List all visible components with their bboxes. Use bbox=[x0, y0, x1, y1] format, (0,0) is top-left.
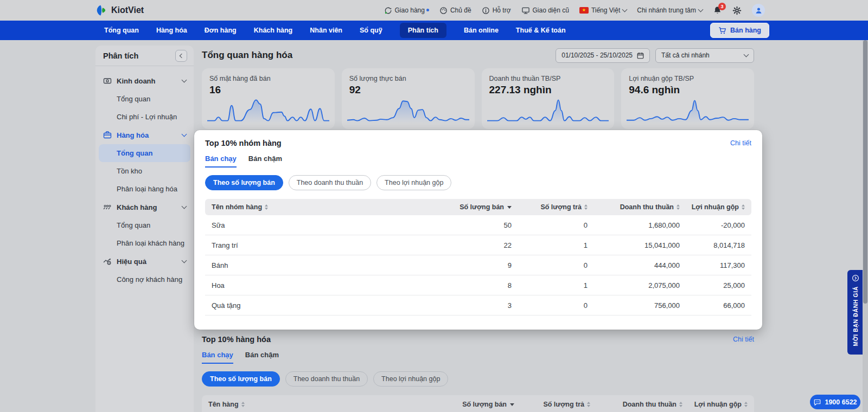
nav-thue-ke-toan[interactable]: Thuế & Kế toán bbox=[516, 27, 566, 34]
filter-by-qty-sold[interactable]: Theo số lượng bán bbox=[202, 371, 280, 387]
rating-invite-badge[interactable]: MỜI BẠN ĐÁNH GIÁ bbox=[847, 270, 864, 355]
theme-label: Chủ đề bbox=[450, 7, 471, 14]
theme-menu-item[interactable]: Chủ đề bbox=[439, 7, 471, 15]
hotline-button[interactable]: 1900 6522 bbox=[810, 395, 860, 409]
filter-by-net-revenue[interactable]: Theo doanh thu thuần bbox=[285, 371, 368, 387]
calendar-icon bbox=[637, 52, 644, 59]
column-header-gross-profit[interactable]: Lợi nhuận gộp bbox=[680, 203, 745, 211]
column-header-net-revenue[interactable]: Doanh thu thuần bbox=[588, 203, 680, 211]
nav-ban-online[interactable]: Bán online bbox=[464, 27, 499, 34]
sidebar-group-khach-hang[interactable]: Khách hàng bbox=[99, 198, 190, 216]
column-header-qty-sold[interactable]: Số lượng bán bbox=[430, 203, 512, 211]
delivery-icon bbox=[384, 7, 392, 15]
filter-by-gross-profit[interactable]: Theo lợi nhuận gộp bbox=[373, 371, 448, 387]
kiotviet-logo-icon bbox=[95, 4, 107, 17]
cell-net-revenue: 444,000 bbox=[588, 261, 680, 269]
nav-tong-quan[interactable]: Tổng quan bbox=[104, 27, 139, 34]
sparkline-chart bbox=[207, 95, 329, 126]
cell-qty-returned: 0 bbox=[512, 221, 588, 229]
sidebar-item-ton-kho[interactable]: Tồn kho bbox=[99, 162, 190, 180]
tab-ban-chay[interactable]: Bán chạy bbox=[202, 351, 233, 364]
sidebar-item-phan-loai-khach-hang[interactable]: Phân loại khách hàng bbox=[99, 234, 190, 252]
theme-icon bbox=[439, 7, 448, 15]
section-tabs: Bán chạy Bán chậm bbox=[205, 154, 751, 168]
section-title: Top 10% nhóm hàng bbox=[205, 139, 282, 147]
table-row: Hoa 8 1 2,075,000 25,000 bbox=[205, 275, 751, 295]
top-products-section: Top 10% hàng hóa Chi tiết Bán chạy Bán c… bbox=[202, 335, 754, 412]
group-label: Kinh doanh bbox=[117, 77, 156, 85]
column-header-product-name[interactable]: Tên hàng bbox=[208, 401, 433, 408]
sell-button[interactable]: Bán hàng bbox=[710, 23, 769, 38]
cell-qty-returned: 1 bbox=[512, 281, 588, 289]
sidebar-group-hieu-qua[interactable]: Hiệu quả bbox=[99, 252, 190, 271]
detail-link[interactable]: Chi tiết bbox=[730, 139, 751, 147]
branch-filter-dropdown[interactable]: Tất cả chi nhánh bbox=[655, 48, 754, 63]
cell-net-revenue: 1,680,000 bbox=[588, 221, 680, 229]
column-header-qty-sold[interactable]: Số lượng bán bbox=[433, 401, 514, 408]
date-range-picker[interactable]: 01/10/2025 - 25/10/2025 bbox=[556, 48, 650, 63]
business-icon bbox=[103, 76, 112, 85]
scrollbar-thumb[interactable] bbox=[863, 40, 867, 304]
stat-card-value: 92 bbox=[349, 84, 467, 96]
delivery-menu-item[interactable]: Giao hàng bbox=[384, 7, 429, 15]
notification-count-badge: 3 bbox=[718, 3, 726, 10]
stat-card-label: Số mặt hàng đã bán bbox=[209, 75, 327, 82]
filter-by-net-revenue[interactable]: Theo doanh thu thuần bbox=[289, 175, 371, 190]
sidebar-group-hang-hoa[interactable]: Hàng hóa bbox=[99, 126, 190, 144]
sidebar-item-kd-tong-quan[interactable]: Tổng quan bbox=[99, 90, 190, 108]
column-header-gross-profit[interactable]: Lợi nhuận gộp bbox=[682, 401, 748, 408]
column-header-net-revenue[interactable]: Doanh thu thuần bbox=[590, 401, 682, 408]
nav-phan-tich[interactable]: Phân tích bbox=[400, 23, 446, 38]
user-avatar[interactable] bbox=[752, 4, 765, 17]
date-range-value: 01/10/2025 - 25/10/2025 bbox=[561, 52, 633, 59]
section-header: Top 10% nhóm hàng Chi tiết bbox=[205, 139, 751, 147]
tab-ban-cham[interactable]: Bán chậm bbox=[248, 154, 282, 168]
notifications-button[interactable]: 3 bbox=[713, 6, 722, 15]
sidebar-item-chi-phi-loi-nhuan[interactable]: Chi phí - Lợi nhuận bbox=[99, 108, 190, 126]
tab-ban-cham[interactable]: Bán chậm bbox=[245, 351, 279, 364]
cell-gross-profit: 117,300 bbox=[680, 261, 745, 269]
sparkline-chart bbox=[627, 95, 749, 126]
support-menu-item[interactable]: Hỗ trợ bbox=[482, 7, 511, 15]
column-header-qty-returned[interactable]: Số lượng trả bbox=[514, 401, 590, 408]
sidebar-menu: Kinh doanh Tổng quan Chi phí - Lợi nhuận… bbox=[95, 66, 194, 288]
filter-by-qty-sold[interactable]: Theo số lượng bán bbox=[205, 175, 283, 190]
tab-ban-chay[interactable]: Bán chạy bbox=[205, 154, 237, 168]
nav-nhan-vien[interactable]: Nhân viên bbox=[310, 27, 342, 34]
sidebar-title: Phân tích bbox=[103, 52, 138, 60]
sidebar-group-kinh-doanh[interactable]: Kinh doanh bbox=[99, 72, 190, 90]
old-interface-menu-item[interactable]: Giao diện cũ bbox=[521, 7, 569, 15]
table-row: Quà tặng 3 0 756,000 66,000 bbox=[205, 295, 751, 316]
kiotviet-logo[interactable]: KiotViet bbox=[95, 0, 144, 21]
column-header-qty-returned[interactable]: Số lượng trả bbox=[512, 203, 588, 211]
rating-badge-label: MỜI BẠN ĐÁNH GIÁ bbox=[852, 286, 859, 346]
settings-button[interactable] bbox=[732, 6, 742, 15]
cell-gross-profit: 25,000 bbox=[680, 281, 745, 289]
support-label: Hỗ trợ bbox=[493, 7, 511, 14]
stat-card-label: Lợi nhuận gộp TB/SP bbox=[629, 75, 746, 82]
branch-selector[interactable]: Chi nhánh trung tâm bbox=[637, 7, 703, 14]
column-header-group-name[interactable]: Tên nhóm hàng bbox=[212, 203, 430, 211]
nav-don-hang[interactable]: Đơn hàng bbox=[205, 27, 237, 34]
nav-so-quy[interactable]: Sổ quỹ bbox=[360, 27, 382, 34]
sidebar-collapse-button[interactable] bbox=[175, 50, 187, 62]
stat-card-qty-sold: Số lượng thực bán 92 bbox=[342, 68, 475, 129]
chevron-down-icon bbox=[622, 7, 628, 12]
sidebar-item-cong-no-khach-hang[interactable]: Công nợ khách hàng bbox=[99, 271, 190, 288]
stat-card-gross-profit: Lợi nhuận gộp TB/SP 94.6 nghìn bbox=[621, 68, 754, 129]
sidebar-item-hh-tong-quan[interactable]: Tổng quan bbox=[99, 144, 190, 162]
nav-hang-hoa[interactable]: Hàng hóa bbox=[156, 27, 187, 34]
detail-link[interactable]: Chi tiết bbox=[733, 336, 754, 343]
analytics-sidebar: Phân tích Kinh doanh Tổng quan Chi phí -… bbox=[95, 46, 194, 412]
top-groups-table: Tên nhóm hàng Số lượng bán Số lượng trả … bbox=[205, 199, 751, 316]
filter-by-gross-profit[interactable]: Theo lợi nhuận gộp bbox=[376, 175, 451, 190]
table-row: Bánh 9 0 444,000 117,300 bbox=[205, 255, 751, 275]
sort-icon bbox=[241, 402, 245, 407]
sidebar-item-kh-tong-quan[interactable]: Tổng quan bbox=[99, 216, 190, 234]
language-selector[interactable]: ★ Tiếng Việt bbox=[579, 7, 627, 14]
chevron-left-icon bbox=[180, 53, 184, 57]
table-row: Sữa 50 0 1,680,000 -20,000 bbox=[205, 215, 751, 235]
scrollbar-track bbox=[863, 40, 868, 412]
sidebar-item-phan-loai-hang-hoa[interactable]: Phân loại hàng hóa bbox=[99, 180, 190, 198]
nav-khach-hang[interactable]: Khách hàng bbox=[254, 27, 293, 34]
